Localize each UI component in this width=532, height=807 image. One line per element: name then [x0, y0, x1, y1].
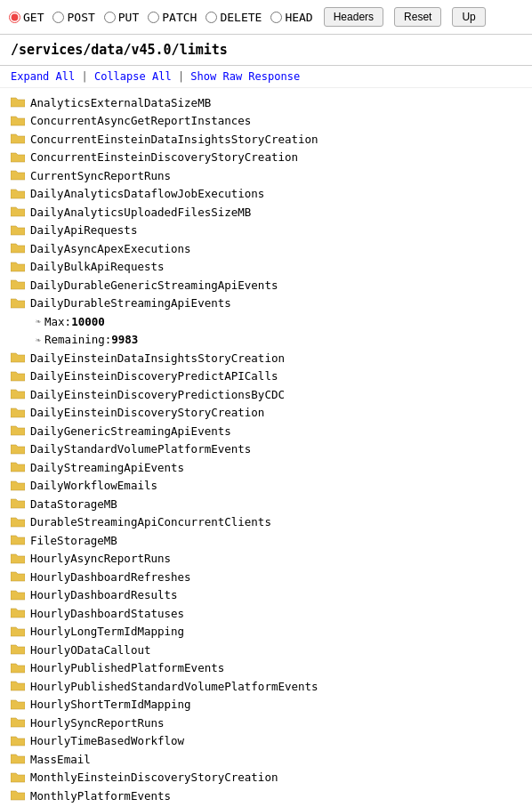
list-item[interactable]: HourlyODataCallout	[11, 641, 521, 659]
folder-icon	[11, 497, 27, 510]
list-item[interactable]: DailyAnalyticsDataflowJobExecutions	[11, 185, 521, 204]
folder-icon	[11, 753, 27, 765]
property-key: Max:	[44, 314, 71, 330]
folder-icon	[11, 570, 27, 583]
list-item[interactable]: HourlyDashboardResults	[11, 586, 521, 605]
list-item[interactable]: MassEmail	[11, 750, 521, 769]
tree-item-label: FileStorageMB	[30, 533, 117, 549]
folder-icon	[11, 370, 27, 383]
tree-item-label: DailyEinsteinDiscoveryStoryCreation	[30, 405, 264, 421]
list-item[interactable]: HourlyDashboardRefreshes	[11, 568, 521, 586]
list-item[interactable]: DailyEinsteinDataInsightsStoryCreation	[11, 349, 521, 367]
folder-icon	[11, 516, 27, 529]
folder-icon	[11, 96, 27, 109]
method-post[interactable]: POST	[52, 11, 94, 24]
folder-icon	[11, 607, 27, 619]
list-item[interactable]: DailyDurableStreamingApiEvents	[11, 295, 521, 313]
expand-all-link[interactable]: Expand All	[11, 70, 75, 83]
list-item[interactable]: HourlyPublishedPlatformEvents	[11, 659, 521, 678]
collapse-all-link[interactable]: Collapse All	[94, 70, 172, 83]
up-button[interactable]: Up	[452, 7, 485, 27]
reset-button[interactable]: Reset	[394, 7, 441, 27]
folder-icon	[11, 461, 27, 473]
folder-icon	[11, 297, 27, 310]
tree-item-label: MonthlyEinsteinDiscoveryStoryCreation	[30, 770, 278, 786]
tree-item-label: HourlyLongTermIdMapping	[30, 624, 184, 640]
folder-icon	[11, 643, 27, 656]
property-value: 9983	[111, 332, 138, 348]
list-item[interactable]: DurableStreamingApiConcurrentClients	[11, 513, 521, 532]
folder-icon	[11, 261, 27, 273]
method-get[interactable]: GET	[9, 11, 44, 24]
list-item[interactable]: DailyStreamingApiEvents	[11, 458, 521, 477]
tree-item-label: HourlyPublishedStandardVolumePlatformEve…	[30, 679, 318, 695]
list-item[interactable]: ConcurrentAsyncGetReportInstances	[11, 112, 521, 131]
folder-icon	[11, 188, 27, 200]
tree-item-label: HourlySyncReportRuns	[30, 715, 165, 731]
tree-item-label: ConcurrentEinsteinDiscoveryStoryCreation	[30, 149, 298, 165]
folder-icon	[11, 735, 27, 747]
list-item[interactable]: DailyEinsteinDiscoveryPredictAPICalls	[11, 367, 521, 386]
tree-item-label: HourlyTimeBasedWorkflow	[30, 733, 184, 749]
headers-button[interactable]: Headers	[324, 7, 383, 27]
folder-icon	[11, 680, 27, 692]
list-item[interactable]: CurrentSyncReportRuns	[11, 166, 521, 185]
show-raw-response-link[interactable]: Show Raw Response	[190, 70, 300, 83]
folder-icon	[11, 771, 27, 784]
method-put[interactable]: PUT	[104, 11, 139, 24]
tree-view: AnalyticsExternalDataSizeMBConcurrentAsy…	[0, 88, 532, 807]
list-item[interactable]: DailyApiRequests	[11, 222, 521, 240]
list-item[interactable]: DailyAnalyticsUploadedFilesSizeMB	[11, 203, 521, 222]
list-item[interactable]: HourlyTimeBasedWorkflow	[11, 732, 521, 751]
list-item[interactable]: DailyEinsteinDiscoveryPredictionsByCDC	[11, 385, 521, 404]
method-delete[interactable]: DELETE	[206, 11, 262, 24]
list-item[interactable]: AnalyticsExternalDataSizeMB	[11, 93, 521, 112]
folder-icon	[11, 206, 27, 218]
list-item[interactable]: DailyStandardVolumePlatformEvents	[11, 440, 521, 459]
list-item[interactable]: MonthlyPlatformEvents	[11, 787, 521, 805]
folder-icon	[11, 388, 27, 400]
list-item[interactable]: DailyDurableGenericStreamingApiEvents	[11, 276, 521, 295]
tree-item-label: DailyWorkflowEmails	[30, 478, 157, 494]
folder-icon	[11, 407, 27, 419]
folder-icon	[11, 224, 27, 237]
tree-item-label: MonthlyPlatformEvents	[30, 788, 171, 804]
list-item[interactable]: HourlyAsyncReportRuns	[11, 550, 521, 569]
list-item[interactable]: DailyEinsteinDiscoveryStoryCreation	[11, 404, 521, 423]
tree-item-label: DailyDurableGenericStreamingApiEvents	[30, 278, 278, 294]
folder-icon	[11, 351, 27, 364]
list-item[interactable]: FileStorageMB	[11, 531, 521, 550]
tree-item-label: DailyBulkApiRequests	[30, 259, 165, 275]
list-item[interactable]: DailyAsyncApexExecutions	[11, 239, 521, 258]
list-item[interactable]: ConcurrentEinsteinDiscoveryStoryCreation	[11, 149, 521, 167]
folder-icon	[11, 133, 27, 145]
list-item: ❧ Max: 10000	[11, 312, 521, 331]
list-item[interactable]: ConcurrentEinsteinDataInsightsStoryCreat…	[11, 130, 521, 149]
tree-item-label: DailyEinsteinDataInsightsStoryCreation	[30, 351, 285, 367]
list-item[interactable]: HourlyLongTermIdMapping	[11, 623, 521, 642]
tree-item-label: DailyAnalyticsDataflowJobExecutions	[30, 186, 264, 202]
tree-item-label: AnalyticsExternalDataSizeMB	[30, 95, 211, 111]
folder-icon	[11, 625, 27, 638]
list-item[interactable]: DailyGenericStreamingApiEvents	[11, 422, 521, 440]
folder-icon	[11, 278, 27, 291]
list-item[interactable]: HourlyDashboardStatuses	[11, 604, 521, 623]
tree-item-label: ConcurrentAsyncGetReportInstances	[30, 113, 251, 129]
list-item[interactable]: DataStorageMB	[11, 495, 521, 513]
method-head[interactable]: HEAD	[270, 11, 312, 24]
list-item[interactable]: DailyWorkflowEmails	[11, 477, 521, 496]
method-patch[interactable]: PATCH	[148, 11, 197, 24]
list-item[interactable]: HourlyShortTermIdMapping	[11, 696, 521, 714]
list-item[interactable]: MonthlyEinsteinDiscoveryStoryCreation	[11, 769, 521, 787]
tree-item-label: DailyStandardVolumePlatformEvents	[30, 441, 251, 457]
tree-item-label: HourlyShortTermIdMapping	[30, 697, 191, 713]
tree-item-label: DailyStreamingApiEvents	[30, 460, 184, 476]
list-item[interactable]: DailyBulkApiRequests	[11, 258, 521, 277]
list-item[interactable]: HourlySyncReportRuns	[11, 714, 521, 732]
folder-icon	[11, 589, 27, 601]
tree-item-label: HourlyAsyncReportRuns	[30, 551, 171, 567]
tree-item-label: DailyApiRequests	[30, 222, 137, 238]
folder-icon	[11, 534, 27, 546]
url-display: /services/data/v45.0/limits	[0, 35, 532, 66]
list-item[interactable]: HourlyPublishedStandardVolumePlatformEve…	[11, 677, 521, 696]
